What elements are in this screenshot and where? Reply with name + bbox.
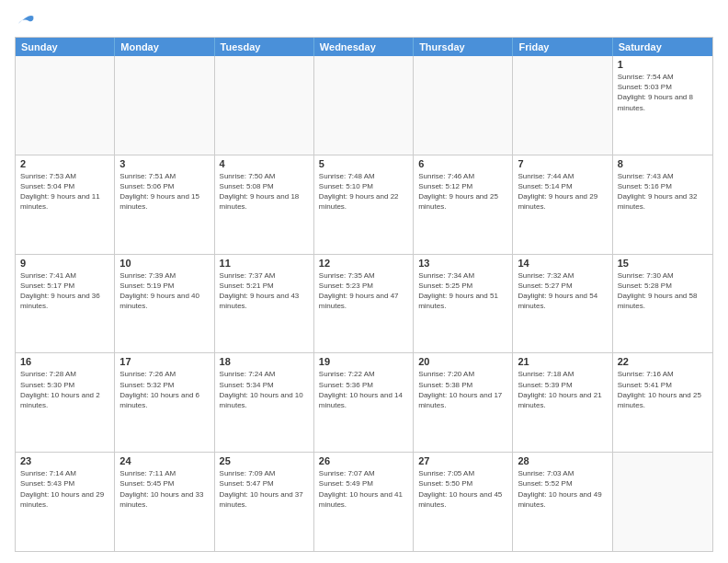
day-number: 25 (220, 455, 309, 466)
day-info: Sunrise: 7:46 AM Sunset: 5:12 PM Dayligh… (418, 171, 507, 213)
day-number: 28 (518, 455, 607, 466)
calendar-day-cell: 18Sunrise: 7:24 AM Sunset: 5:34 PM Dayli… (215, 353, 314, 452)
calendar-day-cell: 19Sunrise: 7:22 AM Sunset: 5:36 PM Dayli… (314, 353, 414, 452)
calendar-day-cell: 2Sunrise: 7:53 AM Sunset: 5:04 PM Daylig… (16, 155, 115, 254)
day-number: 9 (20, 258, 109, 269)
calendar-day-cell: 21Sunrise: 7:18 AM Sunset: 5:39 PM Dayli… (513, 353, 612, 452)
calendar-day-cell: 22Sunrise: 7:16 AM Sunset: 5:41 PM Dayli… (613, 353, 712, 452)
calendar-day-cell: 20Sunrise: 7:20 AM Sunset: 5:38 PM Dayli… (414, 353, 513, 452)
calendar-header-cell: Wednesday (314, 38, 414, 56)
day-number: 20 (418, 356, 507, 367)
calendar-day-cell (115, 56, 214, 155)
calendar-day-cell: 27Sunrise: 7:05 AM Sunset: 5:50 PM Dayli… (414, 453, 513, 551)
day-number: 3 (119, 158, 209, 169)
day-number: 11 (220, 258, 309, 269)
calendar-day-cell: 6Sunrise: 7:46 AM Sunset: 5:12 PM Daylig… (414, 155, 513, 254)
calendar-week-row: 1Sunrise: 7:54 AM Sunset: 5:03 PM Daylig… (16, 56, 712, 155)
day-info: Sunrise: 7:41 AM Sunset: 5:17 PM Dayligh… (20, 270, 109, 312)
day-number: 7 (518, 158, 607, 169)
calendar-day-cell (513, 56, 612, 155)
calendar-header-cell: Thursday (414, 38, 513, 56)
calendar-week-row: 9Sunrise: 7:41 AM Sunset: 5:17 PM Daylig… (16, 255, 712, 354)
calendar-header-cell: Tuesday (215, 38, 314, 56)
calendar-day-cell: 7Sunrise: 7:44 AM Sunset: 5:14 PM Daylig… (513, 155, 612, 254)
header (15, 11, 713, 29)
day-info: Sunrise: 7:44 AM Sunset: 5:14 PM Dayligh… (518, 171, 607, 213)
day-number: 12 (319, 258, 408, 269)
calendar: SundayMondayTuesdayWednesdayThursdayFrid… (15, 37, 713, 552)
day-number: 19 (319, 356, 408, 367)
day-info: Sunrise: 7:03 AM Sunset: 5:52 PM Dayligh… (518, 468, 607, 510)
day-info: Sunrise: 7:35 AM Sunset: 5:23 PM Dayligh… (319, 270, 408, 312)
calendar-day-cell: 11Sunrise: 7:37 AM Sunset: 5:21 PM Dayli… (215, 255, 314, 353)
day-info: Sunrise: 7:28 AM Sunset: 5:30 PM Dayligh… (20, 369, 109, 410)
calendar-day-cell (16, 56, 115, 155)
day-number: 8 (618, 158, 708, 169)
calendar-week-row: 23Sunrise: 7:14 AM Sunset: 5:43 PM Dayli… (16, 453, 712, 551)
calendar-day-cell (215, 56, 314, 155)
calendar-day-cell: 8Sunrise: 7:43 AM Sunset: 5:16 PM Daylig… (613, 155, 712, 254)
day-info: Sunrise: 7:34 AM Sunset: 5:25 PM Dayligh… (418, 270, 507, 312)
day-info: Sunrise: 7:32 AM Sunset: 5:27 PM Dayligh… (518, 270, 607, 312)
day-number: 2 (20, 158, 109, 169)
calendar-day-cell: 25Sunrise: 7:09 AM Sunset: 5:47 PM Dayli… (215, 453, 314, 551)
day-number: 16 (20, 356, 109, 367)
day-info: Sunrise: 7:37 AM Sunset: 5:21 PM Dayligh… (220, 270, 309, 312)
calendar-week-row: 2Sunrise: 7:53 AM Sunset: 5:04 PM Daylig… (16, 155, 712, 255)
calendar-day-cell: 26Sunrise: 7:07 AM Sunset: 5:49 PM Dayli… (314, 453, 414, 551)
logo-icon (17, 15, 35, 33)
calendar-day-cell: 4Sunrise: 7:50 AM Sunset: 5:08 PM Daylig… (215, 155, 314, 254)
calendar-header-cell: Sunday (16, 38, 115, 56)
calendar-day-cell: 16Sunrise: 7:28 AM Sunset: 5:30 PM Dayli… (16, 353, 115, 452)
day-number: 21 (518, 356, 607, 367)
calendar-day-cell (613, 453, 712, 551)
calendar-day-cell: 24Sunrise: 7:11 AM Sunset: 5:45 PM Dayli… (115, 453, 214, 551)
day-number: 13 (418, 258, 507, 269)
logo (15, 15, 35, 29)
calendar-day-cell: 14Sunrise: 7:32 AM Sunset: 5:27 PM Dayli… (513, 255, 612, 353)
day-info: Sunrise: 7:22 AM Sunset: 5:36 PM Dayligh… (319, 369, 408, 410)
day-info: Sunrise: 7:16 AM Sunset: 5:41 PM Dayligh… (618, 369, 708, 410)
day-number: 5 (319, 158, 408, 169)
day-number: 18 (220, 356, 309, 367)
day-number: 22 (618, 356, 708, 367)
day-info: Sunrise: 7:07 AM Sunset: 5:49 PM Dayligh… (319, 468, 408, 510)
calendar-week-row: 16Sunrise: 7:28 AM Sunset: 5:30 PM Dayli… (16, 353, 712, 453)
calendar-day-cell: 23Sunrise: 7:14 AM Sunset: 5:43 PM Dayli… (16, 453, 115, 551)
day-number: 10 (119, 258, 209, 269)
calendar-day-cell: 12Sunrise: 7:35 AM Sunset: 5:23 PM Dayli… (314, 255, 414, 353)
day-info: Sunrise: 7:20 AM Sunset: 5:38 PM Dayligh… (418, 369, 507, 410)
calendar-header-cell: Monday (115, 38, 214, 56)
calendar-day-cell: 15Sunrise: 7:30 AM Sunset: 5:28 PM Dayli… (613, 255, 712, 353)
calendar-day-cell (414, 56, 513, 155)
day-info: Sunrise: 7:30 AM Sunset: 5:28 PM Dayligh… (618, 270, 708, 312)
day-info: Sunrise: 7:24 AM Sunset: 5:34 PM Dayligh… (220, 369, 309, 410)
day-number: 6 (418, 158, 507, 169)
calendar-day-cell: 3Sunrise: 7:51 AM Sunset: 5:06 PM Daylig… (115, 155, 214, 254)
day-number: 1 (618, 59, 708, 70)
day-info: Sunrise: 7:51 AM Sunset: 5:06 PM Dayligh… (119, 171, 209, 213)
day-info: Sunrise: 7:54 AM Sunset: 5:03 PM Dayligh… (618, 72, 708, 113)
day-info: Sunrise: 7:43 AM Sunset: 5:16 PM Dayligh… (618, 171, 708, 213)
day-number: 17 (119, 356, 209, 367)
calendar-body: 1Sunrise: 7:54 AM Sunset: 5:03 PM Daylig… (16, 56, 712, 551)
day-number: 15 (618, 258, 708, 269)
calendar-day-cell: 17Sunrise: 7:26 AM Sunset: 5:32 PM Dayli… (115, 353, 214, 452)
day-info: Sunrise: 7:09 AM Sunset: 5:47 PM Dayligh… (220, 468, 309, 510)
day-info: Sunrise: 7:18 AM Sunset: 5:39 PM Dayligh… (518, 369, 607, 410)
day-number: 4 (220, 158, 309, 169)
calendar-day-cell: 1Sunrise: 7:54 AM Sunset: 5:03 PM Daylig… (613, 56, 712, 155)
calendar-day-cell: 13Sunrise: 7:34 AM Sunset: 5:25 PM Dayli… (414, 255, 513, 353)
day-info: Sunrise: 7:48 AM Sunset: 5:10 PM Dayligh… (319, 171, 408, 213)
day-number: 24 (119, 455, 209, 466)
day-info: Sunrise: 7:14 AM Sunset: 5:43 PM Dayligh… (20, 468, 109, 510)
calendar-day-cell: 5Sunrise: 7:48 AM Sunset: 5:10 PM Daylig… (314, 155, 414, 254)
calendar-header-cell: Friday (513, 38, 612, 56)
day-info: Sunrise: 7:26 AM Sunset: 5:32 PM Dayligh… (119, 369, 209, 410)
calendar-header-cell: Saturday (613, 38, 712, 56)
day-info: Sunrise: 7:50 AM Sunset: 5:08 PM Dayligh… (220, 171, 309, 213)
calendar-day-cell: 10Sunrise: 7:39 AM Sunset: 5:19 PM Dayli… (115, 255, 214, 353)
day-info: Sunrise: 7:39 AM Sunset: 5:19 PM Dayligh… (119, 270, 209, 312)
day-number: 26 (319, 455, 408, 466)
calendar-day-cell (314, 56, 414, 155)
